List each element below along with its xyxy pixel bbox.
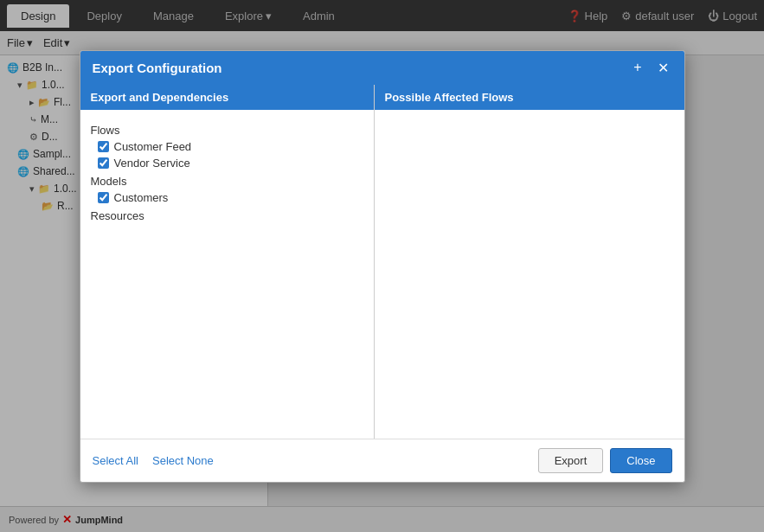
footer-right: Export Close <box>538 448 672 473</box>
vendor-service-item[interactable]: Vendor Service <box>98 157 363 170</box>
modal-close-button[interactable]: ✕ <box>654 60 672 76</box>
right-column: Possible Affected Flows <box>375 85 684 439</box>
export-config-modal: Export Configuration + ✕ Export and Depe… <box>80 50 685 483</box>
vendor-service-label: Vendor Service <box>114 157 190 170</box>
customer-feed-item[interactable]: Customer Feed <box>98 140 363 153</box>
flows-section-label: Flows <box>91 124 363 137</box>
modal-overlay: Export Configuration + ✕ Export and Depe… <box>0 0 764 532</box>
modal-expand-button[interactable]: + <box>630 60 645 75</box>
export-button[interactable]: Export <box>538 448 604 473</box>
vendor-service-checkbox[interactable] <box>98 157 109 169</box>
modal-title: Export Configuration <box>93 61 222 75</box>
resources-section-label: Resources <box>91 209 363 222</box>
modal-header: Export Configuration + ✕ <box>80 51 684 85</box>
modal-column-headers: Export and Dependencies Flows Customer F… <box>80 85 684 439</box>
customer-feed-label: Customer Feed <box>114 140 192 153</box>
customer-feed-checkbox[interactable] <box>98 141 109 152</box>
footer-left: Select All Select None <box>93 454 214 467</box>
customers-label: Customers <box>114 191 169 204</box>
right-col-body <box>375 110 684 439</box>
select-none-link[interactable]: Select None <box>152 454 214 467</box>
models-section-label: Models <box>91 175 363 188</box>
left-col-header: Export and Dependencies <box>80 85 374 110</box>
close-button[interactable]: Close <box>610 448 671 473</box>
customers-checkbox[interactable] <box>98 192 109 203</box>
right-col-header: Possible Affected Flows <box>375 85 684 110</box>
modal-header-actions: + ✕ <box>630 60 671 76</box>
customers-item[interactable]: Customers <box>98 191 363 204</box>
left-col-body: Flows Customer Feed Vendor Service Model… <box>80 110 374 439</box>
select-all-link[interactable]: Select All <box>93 454 138 467</box>
modal-footer: Select All Select None Export Close <box>80 439 684 482</box>
left-column: Export and Dependencies Flows Customer F… <box>80 85 375 439</box>
